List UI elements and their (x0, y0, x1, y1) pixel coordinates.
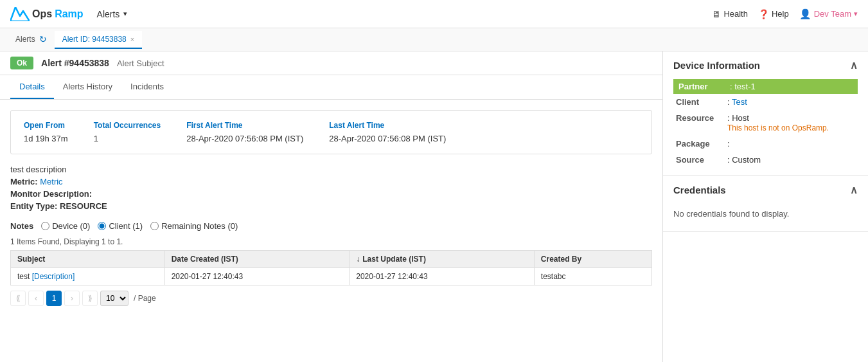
navbar: OpsRamp Alerts ▾ 🖥 Health ❓ Help 👤 Dev T… (0, 0, 868, 28)
partner-label: Partner (673, 79, 725, 94)
resource-warning: This host is not on OpsRamp. (727, 123, 829, 132)
client-row: Client : Test (673, 94, 858, 110)
radio-client-label: Client (1) (109, 221, 143, 231)
no-credentials-text: No credentials found to display. (673, 204, 858, 224)
logo-icon (10, 7, 30, 21)
page-next-btn[interactable]: › (64, 291, 80, 306)
tabbar: Alerts ↻ Alert ID: 94453838 × (0, 28, 868, 51)
tab-alerts-history[interactable]: Alerts History (54, 75, 121, 99)
col-subject[interactable]: Subject (11, 251, 165, 268)
col-created-by[interactable]: Created By (534, 251, 651, 268)
source-label: Source (673, 152, 725, 168)
total-occ-label: Total Occurrences (94, 121, 161, 130)
device-info-section: Device Information ∧ Partner : test-1 Cl… (663, 51, 868, 176)
user-icon: 👤 (799, 8, 811, 20)
open-from-label: Open From (24, 121, 68, 130)
desc-entity: Entity Type: RESOURCE (10, 201, 652, 211)
col-last-update[interactable]: ↓Last Update (IST) (350, 251, 535, 268)
help-nav-label: Help (772, 9, 789, 19)
notes-section: Notes Device (0) Client (1) Remaining No… (10, 221, 652, 231)
health-nav-link[interactable]: 🖥 Health (712, 9, 748, 19)
package-value: : (725, 136, 858, 152)
tab-alert-id[interactable]: Alert ID: 94453838 × (55, 31, 143, 49)
metric-link[interactable]: Metric (40, 177, 62, 186)
total-occ-value: 1 (94, 134, 161, 143)
tab-incidents[interactable]: Incidents (121, 75, 173, 99)
help-nav-link[interactable]: ❓ Help (758, 9, 789, 19)
tab-alerts-label: Alerts (15, 35, 35, 44)
collapse-credentials-icon[interactable]: ∧ (850, 184, 858, 196)
source-value: : Custom (725, 152, 858, 168)
desc-metric: Metric: Metric (10, 177, 652, 186)
radio-remaining[interactable]: Remaining Notes (0) (150, 221, 238, 231)
client-value: : Test (725, 94, 858, 110)
refresh-icon[interactable]: ↻ (39, 34, 47, 44)
main-container: Ok Alert #94453838 Alert Subject Details… (0, 51, 868, 362)
stat-total-occ: Total Occurrences 1 (94, 121, 161, 143)
monitor-icon: 🖥 (712, 9, 721, 19)
subject-link[interactable]: [Description] (32, 272, 75, 281)
per-page-label: / Page (134, 294, 156, 303)
entity-type-text: Entity Type: RESOURCE (10, 201, 107, 211)
radio-client[interactable]: Client (1) (98, 221, 143, 231)
col-date-created[interactable]: Date Created (IST) (164, 251, 350, 268)
subject-text: test (17, 272, 32, 281)
alerts-nav-label: Alerts (97, 9, 120, 19)
tab-alerts[interactable]: Alerts ↻ (8, 30, 55, 50)
metric-prefix: Metric: (10, 177, 40, 186)
tab-alert-id-label: Alert ID: 94453838 (62, 35, 127, 44)
notes-header: Notes Device (0) Client (1) Remaining No… (10, 221, 652, 231)
radio-remaining-input[interactable] (150, 222, 159, 230)
radio-device-input[interactable] (41, 222, 49, 230)
cell-created-by: testabc (534, 268, 651, 285)
stat-last-alert: Last Alert Time 28-Apr-2020 07:56:08 PM … (329, 121, 446, 143)
monitor-desc-text: Monitor Description: (10, 189, 92, 199)
logo[interactable]: OpsRamp (10, 7, 84, 21)
device-info-header: Device Information ∧ (673, 59, 858, 71)
page-first-btn[interactable]: ⟪ (10, 291, 26, 306)
package-label: Package (673, 136, 725, 152)
per-page-select[interactable]: 10 25 50 (100, 291, 128, 306)
navbar-left: OpsRamp Alerts ▾ (10, 6, 133, 23)
package-row: Package : (673, 136, 858, 152)
desc-monitor: Monitor Description: (10, 189, 652, 199)
pagination: ⟪ ‹ 1 › ⟫ 10 25 50 / Page (10, 285, 652, 311)
tab-close-icon[interactable]: × (130, 35, 134, 43)
page-prev-btn[interactable]: ‹ (28, 291, 44, 306)
credentials-title: Credentials (673, 185, 726, 195)
content-body: Open From 1d 19h 37m Total Occurrences 1… (0, 100, 662, 321)
logo-ramp-text: Ramp (55, 8, 83, 20)
sort-down-icon: ↓ (356, 255, 360, 264)
partner-value: : test-1 (725, 79, 858, 94)
partner-row: Partner : test-1 (673, 79, 858, 94)
alert-id-text: Alert #94453838 (41, 58, 109, 68)
resource-row: Resource : Host This host is not on OpsR… (673, 110, 858, 136)
notes-label: Notes (10, 221, 33, 231)
alert-header: Ok Alert #94453838 Alert Subject (0, 51, 662, 75)
device-table: Partner : test-1 Client : Test Resource … (673, 79, 858, 168)
table-info: 1 Items Found, Displaying 1 to 1. (10, 237, 652, 246)
user-nav-link[interactable]: 👤 Dev Team ▾ (799, 8, 858, 20)
radio-device-label: Device (0) (52, 221, 90, 231)
first-alert-value: 28-Apr-2020 07:56:08 PM (IST) (186, 134, 303, 143)
stats-box: Open From 1d 19h 37m Total Occurrences 1… (10, 110, 652, 154)
sub-tabs: Details Alerts History Incidents (0, 75, 662, 100)
credentials-section: Credentials ∧ No credentials found to di… (663, 176, 868, 232)
user-nav-label: Dev Team (814, 9, 851, 19)
cell-subject: test [Description] (11, 268, 165, 285)
tab-details[interactable]: Details (10, 75, 54, 99)
first-alert-label: First Alert Time (186, 121, 303, 130)
chevron-down-icon: ▾ (123, 10, 127, 18)
alerts-nav-dropdown[interactable]: Alerts ▾ (91, 6, 134, 23)
collapse-device-icon[interactable]: ∧ (850, 59, 858, 71)
health-nav-label: Health (723, 9, 748, 19)
credentials-header: Credentials ∧ (673, 184, 858, 196)
page-1-btn[interactable]: 1 (46, 291, 62, 306)
alert-subject-text: Alert Subject (117, 59, 164, 68)
radio-device[interactable]: Device (0) (41, 221, 90, 231)
data-table: Subject Date Created (IST) ↓Last Update … (10, 250, 652, 285)
cell-last-update: 2020-01-27 12:40:43 (350, 268, 535, 285)
radio-client-input[interactable] (98, 222, 106, 230)
resource-label: Resource (673, 110, 725, 136)
page-last-btn[interactable]: ⟫ (82, 291, 98, 306)
